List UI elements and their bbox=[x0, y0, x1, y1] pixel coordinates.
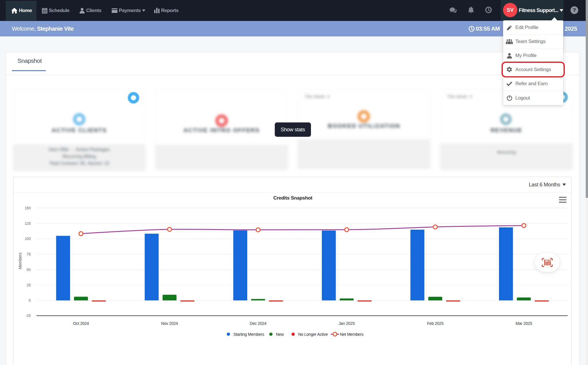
svg-text:125: 125 bbox=[25, 222, 31, 226]
svg-text:150: 150 bbox=[25, 206, 31, 210]
svg-text:Starting Members: Starting Members bbox=[233, 332, 264, 337]
svg-text:Members: Members bbox=[18, 253, 22, 269]
svg-text:100: 100 bbox=[25, 237, 31, 241]
svg-text:Jan 2025: Jan 2025 bbox=[339, 321, 355, 326]
svg-text:Oct 2024: Oct 2024 bbox=[73, 321, 89, 326]
svg-text:0: 0 bbox=[29, 298, 31, 302]
svg-text:Nov 2024: Nov 2024 bbox=[161, 321, 178, 326]
svg-text:No Longer Active: No Longer Active bbox=[298, 332, 328, 337]
svg-text:-25: -25 bbox=[26, 314, 31, 318]
svg-text:75: 75 bbox=[27, 252, 31, 256]
svg-text:Feb 2025: Feb 2025 bbox=[427, 321, 444, 326]
svg-text:50: 50 bbox=[27, 268, 31, 272]
svg-text:New: New bbox=[276, 332, 284, 337]
svg-text:Credits Snapshot: Credits Snapshot bbox=[273, 195, 313, 201]
svg-text:Dec 2024: Dec 2024 bbox=[250, 321, 267, 326]
svg-text:Net Members: Net Members bbox=[340, 332, 363, 337]
svg-text:Mar 2025: Mar 2025 bbox=[516, 321, 532, 326]
svg-text:25: 25 bbox=[27, 283, 31, 287]
